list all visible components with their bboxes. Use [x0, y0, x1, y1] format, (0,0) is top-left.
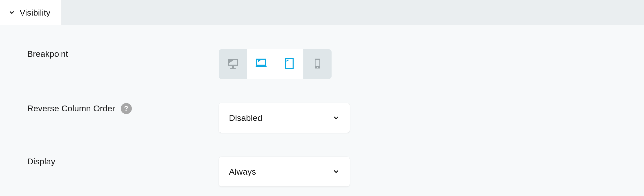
visibility-section-tab[interactable]: Visibility: [0, 0, 61, 25]
section-title: Visibility: [20, 8, 50, 18]
chevron-down-icon: [9, 9, 15, 16]
display-select[interactable]: Always: [219, 157, 350, 186]
row-reverse-column-order: Reverse Column Order ? Disabled: [0, 103, 644, 133]
breakpoint-label: Breakpoint: [27, 49, 68, 59]
tablet-icon: [283, 57, 296, 71]
breakpoint-option-mobile[interactable]: [303, 49, 332, 79]
select-value: Always: [229, 167, 256, 177]
label-col: Display: [0, 157, 219, 166]
svg-rect-3: [232, 66, 234, 68]
row-display: Display Always: [0, 157, 644, 186]
breakpoint-option-laptop[interactable]: [247, 49, 275, 79]
svg-rect-5: [257, 59, 266, 65]
svg-rect-11: [315, 60, 319, 66]
svg-point-12: [317, 67, 318, 68]
svg-marker-6: [258, 60, 261, 62]
display-label: Display: [27, 157, 55, 166]
visibility-panel: Breakpoint: [0, 25, 644, 186]
reverse-column-order-select[interactable]: Disabled: [219, 103, 350, 133]
help-icon[interactable]: ?: [121, 103, 132, 114]
mobile-icon: [311, 57, 324, 71]
section-header-bar: Visibility: [0, 0, 644, 25]
svg-rect-7: [256, 66, 266, 67]
row-breakpoint: Breakpoint: [0, 49, 644, 79]
breakpoint-option-tablet[interactable]: [275, 49, 303, 79]
select-value: Disabled: [229, 113, 262, 123]
breakpoint-segmented: [219, 49, 332, 79]
reverse-column-order-label: Reverse Column Order: [27, 104, 115, 113]
label-col: Breakpoint: [0, 49, 219, 59]
svg-rect-4: [230, 68, 236, 69]
laptop-icon: [255, 57, 268, 71]
label-col: Reverse Column Order ?: [0, 103, 219, 114]
desktop-icon: [226, 57, 239, 71]
chevron-down-icon: [333, 114, 340, 121]
svg-marker-9: [287, 60, 289, 62]
chevron-down-icon: [333, 168, 340, 175]
breakpoint-option-xl[interactable]: [219, 49, 247, 79]
